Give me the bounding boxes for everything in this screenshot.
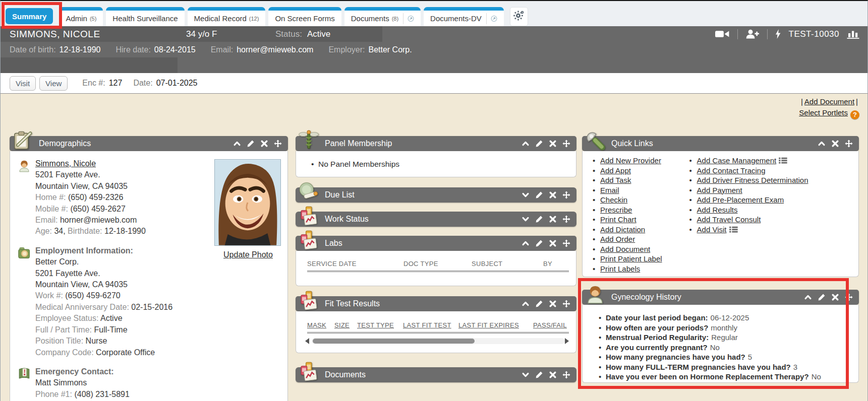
link-email[interactable]: Email	[600, 186, 619, 194]
collapse-icon[interactable]	[522, 300, 530, 308]
scroll-right-arrow[interactable]	[565, 338, 569, 344]
employment-section: Employment Information: Better Corp. 520…	[17, 245, 281, 358]
horizontal-scrollbar[interactable]	[305, 338, 569, 345]
portlet-gynecology-history: Gynecology History Date your last period…	[582, 290, 859, 383]
portlet-title: Demographics	[39, 139, 91, 148]
col-mask[interactable]: MASK	[307, 321, 326, 329]
scrollbar-thumb[interactable]	[313, 339, 475, 344]
expand-icon[interactable]	[522, 191, 530, 199]
link-add-task[interactable]: Add Task	[600, 176, 631, 184]
collapse-icon[interactable]	[522, 239, 530, 247]
expand-icon[interactable]	[522, 371, 530, 379]
link-add-appt[interactable]: Add Appt	[600, 166, 631, 175]
list-menu-icon[interactable]	[729, 225, 738, 232]
lightning-icon[interactable]	[775, 29, 781, 39]
tab-count: (12)	[249, 16, 259, 22]
scrollbar-track[interactable]	[312, 338, 565, 344]
view-button[interactable]: View	[39, 76, 68, 91]
link-add-driver-fitness-determination[interactable]: Add Driver Fitness Determination	[697, 176, 808, 184]
col-size[interactable]: SIZE	[334, 321, 350, 329]
tab-medical-record[interactable]: Medical Record(12)	[188, 7, 266, 26]
move-icon[interactable]	[274, 140, 282, 148]
move-icon[interactable]	[845, 140, 853, 148]
patient-name-link[interactable]: Simmons, Nicole	[35, 159, 96, 168]
edit-icon[interactable]	[247, 140, 255, 148]
link-add-payment[interactable]: Add Payment	[697, 186, 742, 194]
woman-icon	[584, 283, 607, 305]
tab-documents-dv[interactable]: Documents-DV	[424, 7, 504, 26]
edit-icon[interactable]	[535, 371, 543, 379]
link-add-visit[interactable]: Add Visit	[697, 225, 727, 234]
edit-icon[interactable]	[535, 215, 543, 223]
link-checkin[interactable]: Checkin	[600, 195, 627, 204]
edit-icon[interactable]	[535, 239, 543, 247]
close-icon[interactable]	[549, 300, 557, 308]
bar-chart-icon[interactable]	[847, 29, 859, 39]
close-icon[interactable]	[260, 140, 268, 148]
edit-icon[interactable]	[535, 140, 543, 148]
close-icon[interactable]	[549, 191, 557, 199]
col-last-fit-expires[interactable]: LAST FIT EXPIRES	[458, 321, 519, 329]
move-icon[interactable]	[562, 300, 570, 308]
tab-count: (5)	[90, 16, 96, 22]
move-icon[interactable]	[562, 239, 570, 247]
link-add-travel-consult[interactable]: Add Travel Consult	[697, 215, 761, 224]
close-icon[interactable]	[831, 293, 839, 301]
collapse-icon[interactable]	[818, 140, 826, 148]
close-icon[interactable]	[549, 215, 557, 223]
link-add-case-management[interactable]: Add Case Management	[697, 156, 777, 165]
edit-icon[interactable]	[818, 293, 826, 301]
link-add-contact-tracing[interactable]: Add Contact Tracing	[697, 166, 766, 175]
tab-summary[interactable]: Summary	[6, 8, 53, 24]
move-icon[interactable]	[562, 371, 570, 379]
link-add-new-provider[interactable]: Add New Provider	[600, 156, 661, 165]
move-icon[interactable]	[562, 191, 570, 199]
close-icon[interactable]	[831, 140, 839, 148]
help-icon[interactable]: ?	[850, 110, 859, 119]
clipboard-pencil-icon	[11, 129, 34, 151]
link-add-pre-placement-exam[interactable]: Add Pre-Placement Exam	[697, 195, 784, 204]
link-add-results[interactable]: Add Results	[697, 206, 738, 214]
collapse-icon[interactable]	[522, 140, 530, 148]
link-add-dictation[interactable]: Add Dictation	[600, 225, 645, 234]
visit-button[interactable]: Visit	[10, 76, 36, 91]
list-menu-icon[interactable]	[779, 156, 787, 163]
tab-health-surveillance[interactable]: Health Surveillance	[106, 7, 184, 26]
link-add-document[interactable]: Add Document	[600, 245, 650, 253]
edit-icon[interactable]	[535, 191, 543, 199]
collapse-icon[interactable]	[233, 140, 241, 148]
date-label: Date:	[133, 79, 152, 88]
scroll-left-arrow[interactable]	[305, 338, 309, 344]
empty-panel-text: No Panel Memberships	[311, 159, 399, 169]
date-value: 07-01-2025	[156, 79, 198, 88]
link-print-labels[interactable]: Print Labels	[600, 264, 640, 273]
link-add-order[interactable]: Add Order	[600, 235, 635, 243]
move-icon[interactable]	[845, 293, 853, 301]
close-icon[interactable]	[549, 239, 557, 247]
select-portlets-link[interactable]: Select Portlets	[799, 108, 848, 117]
move-icon[interactable]	[562, 215, 570, 223]
enc-label: Enc #:	[82, 79, 105, 88]
edit-icon[interactable]	[535, 300, 543, 308]
col-test-type[interactable]: TEST TYPE	[357, 321, 394, 329]
tab-documents[interactable]: Documents(8)	[344, 7, 421, 26]
move-icon[interactable]	[562, 140, 570, 148]
tab-admin[interactable]: Admin(5)	[59, 7, 103, 26]
link-print-patient-label[interactable]: Print Patient Label	[600, 254, 662, 263]
divider	[737, 29, 738, 39]
add-document-link[interactable]: Add Document	[804, 97, 854, 106]
open-in-new-icon[interactable]	[486, 13, 497, 24]
collapse-icon[interactable]	[804, 293, 812, 301]
close-icon[interactable]	[549, 371, 557, 379]
video-camera-icon[interactable]	[715, 29, 730, 39]
col-last-fit-test[interactable]: LAST FIT TEST	[403, 321, 451, 329]
link-print-chart[interactable]: Print Chart	[600, 215, 636, 224]
tab-settings-button[interactable]	[510, 7, 528, 26]
link-prescribe[interactable]: Prescribe	[600, 206, 632, 214]
tab-on-screen-forms[interactable]: On Screen Forms	[268, 7, 341, 26]
expand-icon[interactable]	[522, 215, 530, 223]
close-icon[interactable]	[549, 140, 557, 148]
person-add-icon[interactable]	[745, 29, 760, 39]
col-pass-fail[interactable]: PASS/FAIL	[533, 321, 567, 329]
open-in-new-icon[interactable]	[403, 13, 414, 24]
